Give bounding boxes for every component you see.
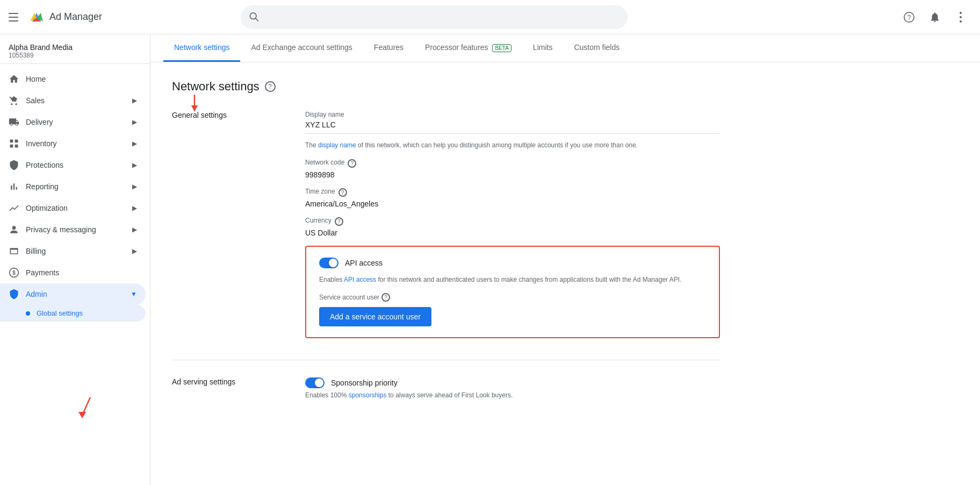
sidebar-item-admin[interactable]: Admin ▼ (0, 283, 146, 305)
sidebar-item-inventory[interactable]: Inventory ▶ (0, 133, 146, 154)
home-icon (9, 74, 19, 84)
svg-rect-14 (15, 145, 18, 148)
api-access-desc: Enables API access for this network and … (319, 275, 706, 284)
sidebar-item-optimization[interactable]: Optimization ▶ (0, 197, 146, 219)
page-title: Network settings ? (172, 80, 720, 94)
section-divider (172, 360, 720, 360)
sidebar-subitem-global-settings-label: Global settings (37, 309, 83, 317)
sidebar-item-payments-label: Payments (26, 268, 59, 277)
notifications-button[interactable] (924, 6, 946, 28)
ad-serving-label: Ad serving settings (172, 377, 279, 400)
sales-chevron: ▶ (132, 97, 137, 104)
sales-icon (9, 95, 19, 106)
api-access-link[interactable]: API access (344, 276, 376, 283)
inventory-icon (9, 138, 19, 149)
sidebar-item-home-label: Home (26, 75, 46, 83)
sidebar-subitem-global-settings[interactable]: Global settings (0, 305, 146, 322)
page-title-help-icon[interactable]: ? (265, 81, 276, 92)
admanager-logo-icon (28, 9, 45, 26)
api-access-toggle-row: API access (319, 258, 706, 268)
timezone-value: America/Los_Angeles (305, 199, 720, 208)
sidebar-item-delivery-label: Delivery (26, 118, 53, 126)
svg-line-5 (256, 18, 258, 21)
svg-text:?: ? (907, 13, 911, 21)
account-name: Alpha Brand Media (9, 43, 141, 52)
sidebar-item-privacy-label: Privacy & messaging (26, 225, 96, 234)
protections-icon (9, 160, 19, 170)
privacy-icon (9, 224, 19, 235)
svg-point-8 (960, 12, 962, 14)
sidebar-item-billing-label: Billing (26, 247, 46, 255)
tab-custom-fields[interactable]: Custom fields (563, 34, 630, 62)
privacy-chevron: ▶ (132, 226, 137, 233)
api-access-toggle[interactable] (319, 258, 338, 268)
sidebar-item-admin-label: Admin (26, 290, 47, 298)
sidebar-item-protections[interactable]: Protections ▶ (0, 154, 146, 176)
sponsorships-link[interactable]: sponsorships (349, 391, 387, 399)
admin-chevron: ▼ (131, 290, 137, 298)
logo-text: Ad Manager (49, 11, 102, 23)
admin-icon (9, 289, 19, 299)
toggle-knob (329, 259, 337, 267)
sidebar-item-billing[interactable]: Billing ▶ (0, 240, 146, 262)
billing-icon (9, 246, 19, 256)
sidebar-account: Alpha Brand Media 1055389 (0, 34, 150, 64)
sidebar-item-delivery[interactable]: Delivery ▶ (0, 111, 146, 133)
sponsorship-toggle-knob (315, 379, 323, 387)
delivery-icon (9, 117, 19, 127)
tab-features[interactable]: Features (363, 34, 414, 62)
tab-processor-features[interactable]: Processor features BETA (414, 34, 522, 62)
beta-badge: BETA (492, 44, 511, 52)
optimization-icon (9, 203, 19, 213)
billing-chevron: ▶ (132, 247, 137, 255)
ad-serving-content: Sponsorship priority Enables 100% sponso… (305, 377, 720, 400)
search-bar[interactable] (241, 5, 628, 29)
svg-rect-12 (15, 140, 18, 143)
sidebar-item-reporting-label: Reporting (26, 182, 59, 191)
logo[interactable]: Ad Manager (28, 9, 102, 26)
general-settings-label: General settings (172, 111, 279, 338)
timezone-help-icon[interactable]: ? (338, 188, 347, 197)
network-code-help-icon[interactable]: ? (348, 159, 356, 168)
reporting-icon (9, 181, 19, 192)
tab-ad-exchange[interactable]: Ad Exchange account settings (240, 34, 363, 62)
help-button[interactable]: ? (898, 6, 920, 28)
active-dot (26, 311, 30, 316)
main-content: Network settings Ad Exchange account set… (150, 34, 980, 485)
sidebar-item-payments[interactable]: $ Payments (0, 262, 146, 283)
inventory-chevron: ▶ (132, 140, 137, 147)
currency-label: Currency (305, 217, 332, 224)
add-service-account-button[interactable]: Add a service account user (319, 307, 431, 326)
sidebar-item-reporting[interactable]: Reporting ▶ (0, 176, 146, 197)
sidebar: Alpha Brand Media 1055389 Home Sales ▶ D… (0, 34, 150, 485)
svg-point-9 (960, 16, 962, 18)
search-input[interactable] (241, 5, 628, 29)
tab-limits[interactable]: Limits (522, 34, 564, 62)
account-id: 1055389 (9, 52, 141, 59)
display-name-desc: The display name of this network, which … (305, 140, 720, 150)
topbar: Ad Manager ? (0, 0, 980, 34)
general-settings-section: General settings Display name XYZ LLC Th… (172, 111, 720, 338)
more-options-button[interactable] (950, 6, 971, 28)
display-name-link[interactable]: display name (318, 141, 356, 149)
search-icon (248, 11, 259, 23)
reporting-chevron: ▶ (132, 183, 137, 190)
service-account-help-icon[interactable]: ? (381, 293, 390, 302)
svg-rect-13 (10, 145, 13, 148)
sidebar-item-home[interactable]: Home (0, 68, 146, 90)
red-arrow-general (188, 95, 201, 117)
sidebar-item-sales[interactable]: Sales ▶ (0, 90, 146, 111)
delivery-chevron: ▶ (132, 118, 137, 126)
tab-network-settings[interactable]: Network settings (163, 34, 240, 62)
topbar-actions: ? (898, 6, 971, 28)
api-access-label: API access (345, 259, 383, 267)
menu-icon[interactable] (9, 11, 21, 24)
sidebar-item-privacy[interactable]: Privacy & messaging ▶ (0, 219, 146, 240)
display-name-label: Display name (305, 111, 720, 118)
page-body: Network settings ? General settings Disp… (150, 62, 741, 417)
sponsorship-toggle[interactable] (305, 377, 325, 388)
network-code-value: 9989898 (305, 170, 720, 179)
currency-value: US Dollar (305, 229, 720, 237)
svg-point-15 (12, 226, 16, 230)
currency-help-icon[interactable]: ? (335, 217, 343, 226)
